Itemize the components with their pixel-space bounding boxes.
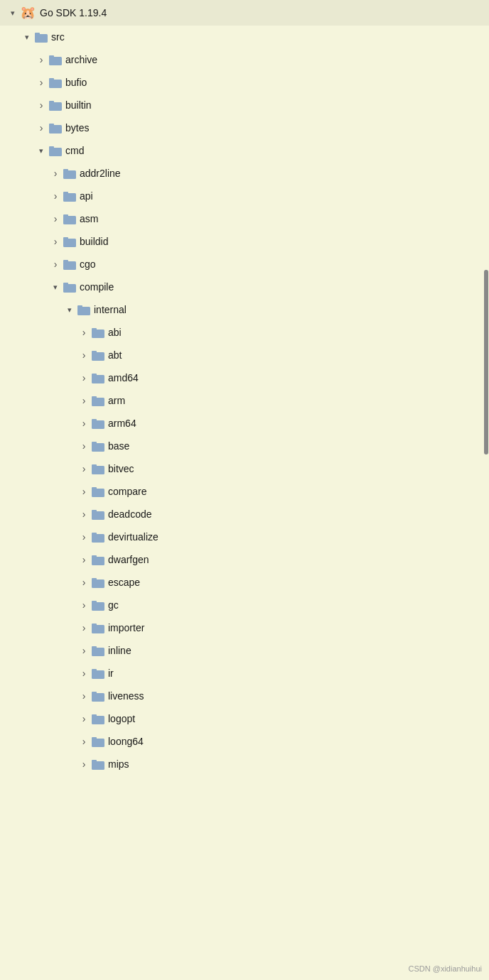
archive-node[interactable]: archive (0, 48, 489, 71)
importer-label: importer (108, 622, 144, 633)
bufio-node[interactable]: bufio (0, 71, 489, 94)
abt-node[interactable]: abt (0, 344, 489, 366)
bitvec-node[interactable]: bitvec (0, 457, 489, 480)
asm-node[interactable]: asm (0, 207, 489, 230)
addr2line-toggle[interactable] (48, 166, 63, 180)
src-toggle[interactable] (20, 30, 34, 44)
svg-rect-59 (92, 692, 97, 695)
base-node[interactable]: base (0, 435, 489, 457)
folder-icon (91, 371, 105, 384)
sdk-root-toggle[interactable] (6, 6, 20, 20)
arm-label: arm (108, 395, 125, 406)
logopt-label: logopt (108, 713, 135, 724)
buildid-toggle[interactable] (48, 234, 63, 249)
cmd-toggle[interactable] (34, 143, 48, 158)
abi-toggle[interactable] (77, 325, 91, 339)
sdk-root-label: Go SDK 1.19.4 (40, 7, 107, 18)
api-node[interactable]: api (0, 185, 489, 207)
amd64-toggle[interactable] (77, 371, 91, 385)
deadcode-node[interactable]: deadcode (0, 503, 489, 526)
scrollbar[interactable] (483, 0, 489, 980)
cmd-node[interactable]: cmd (0, 139, 489, 162)
inline-label: inline (108, 645, 131, 656)
buildid-node[interactable]: buildid (0, 230, 489, 253)
cgo-toggle[interactable] (48, 257, 63, 271)
logopt-toggle[interactable] (77, 712, 91, 726)
folder-icon (63, 235, 77, 248)
internal-node[interactable]: internal (0, 298, 489, 321)
sdk-root-node[interactable]: 🐹 Go SDK 1.19.4 (0, 0, 489, 26)
compare-node[interactable]: compare (0, 480, 489, 503)
bufio-toggle[interactable] (34, 75, 48, 89)
folder-icon (91, 394, 105, 407)
svg-rect-1 (35, 33, 40, 36)
compare-label: compare (108, 486, 146, 497)
importer-node[interactable]: importer (0, 616, 489, 639)
deadcode-toggle[interactable] (77, 507, 91, 521)
bytes-node[interactable]: bytes (0, 116, 489, 139)
escape-node[interactable]: escape (0, 571, 489, 594)
builtin-node[interactable]: builtin (0, 94, 489, 116)
api-toggle[interactable] (48, 189, 63, 203)
inline-node[interactable]: inline (0, 639, 489, 662)
folder-icon (63, 258, 77, 271)
compare-toggle[interactable] (77, 484, 91, 499)
loong64-node[interactable]: loong64 (0, 730, 489, 753)
ir-node[interactable]: ir (0, 662, 489, 685)
asm-label: asm (80, 213, 98, 224)
dwarfgen-toggle[interactable] (77, 552, 91, 567)
arm-node[interactable]: arm (0, 389, 489, 412)
ir-toggle[interactable] (77, 666, 91, 680)
arm-toggle[interactable] (77, 393, 91, 408)
svg-rect-37 (92, 442, 97, 445)
arm64-label: arm64 (108, 418, 136, 429)
cmd-label: cmd (65, 145, 84, 156)
gc-toggle[interactable] (77, 598, 91, 612)
folder-icon (77, 303, 91, 316)
internal-label: internal (94, 304, 127, 315)
bytes-toggle[interactable] (34, 121, 48, 135)
folder-icon (91, 485, 105, 498)
compile-node[interactable]: compile (0, 276, 489, 298)
importer-toggle[interactable] (77, 621, 91, 635)
amd64-node[interactable]: amd64 (0, 366, 489, 389)
inline-toggle[interactable] (77, 643, 91, 658)
liveness-toggle[interactable] (77, 689, 91, 703)
scrollbar-thumb[interactable] (484, 270, 488, 454)
internal-toggle[interactable] (63, 303, 77, 317)
mips-node[interactable]: mips (0, 753, 489, 775)
devirtualize-node[interactable]: devirtualize (0, 526, 489, 548)
abi-node[interactable]: abi (0, 321, 489, 344)
loong64-toggle[interactable] (77, 734, 91, 748)
mips-toggle[interactable] (77, 757, 91, 771)
file-tree: 🐹 Go SDK 1.19.4 src archive bufio (0, 0, 489, 775)
addr2line-node[interactable]: addr2line (0, 162, 489, 185)
arm64-node[interactable]: arm64 (0, 412, 489, 435)
abt-toggle[interactable] (77, 348, 91, 362)
folder-icon (91, 690, 105, 702)
dwarfgen-node[interactable]: dwarfgen (0, 548, 489, 571)
src-node[interactable]: src (0, 26, 489, 48)
arm64-toggle[interactable] (77, 416, 91, 430)
devirtualize-toggle[interactable] (77, 530, 91, 544)
archive-toggle[interactable] (34, 53, 48, 67)
compile-toggle[interactable] (48, 280, 63, 294)
escape-toggle[interactable] (77, 575, 91, 589)
svg-rect-17 (63, 214, 68, 217)
svg-rect-7 (49, 101, 54, 104)
buildid-label: buildid (80, 236, 108, 247)
folder-icon (91, 599, 105, 611)
logopt-node[interactable]: logopt (0, 707, 489, 730)
gc-node[interactable]: gc (0, 594, 489, 616)
folder-icon (34, 31, 48, 43)
liveness-label: liveness (108, 690, 144, 702)
svg-rect-41 (92, 487, 97, 490)
liveness-node[interactable]: liveness (0, 685, 489, 707)
base-toggle[interactable] (77, 439, 91, 453)
archive-label: archive (65, 54, 97, 65)
bitvec-toggle[interactable] (77, 462, 91, 476)
asm-toggle[interactable] (48, 212, 63, 226)
cgo-node[interactable]: cgo (0, 253, 489, 276)
builtin-toggle[interactable] (34, 98, 48, 112)
folder-icon (48, 121, 63, 134)
